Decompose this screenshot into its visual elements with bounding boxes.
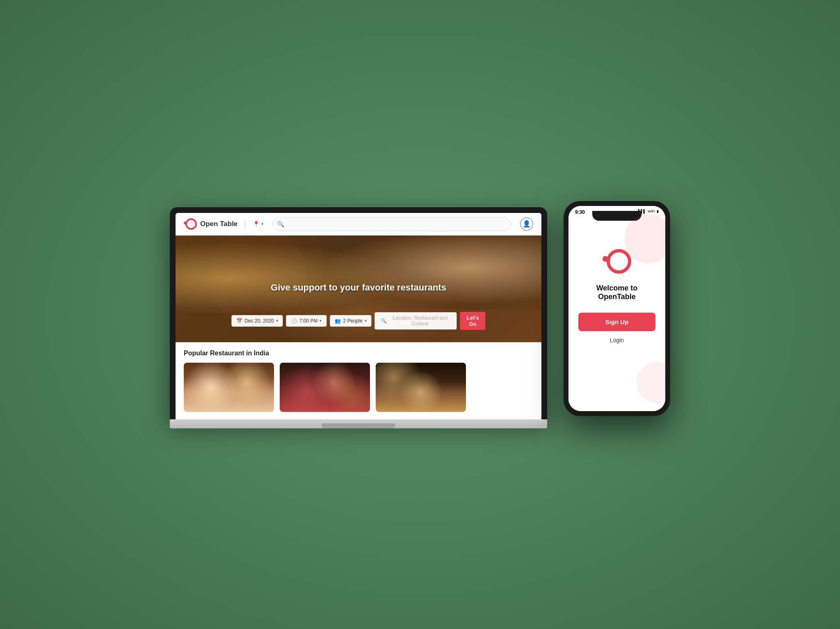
people-icon: 👥 <box>335 318 341 324</box>
opentable-logo-icon <box>184 217 197 231</box>
user-icon: 👤 <box>523 220 531 228</box>
people-label: 2 People <box>343 318 362 324</box>
people-filter-button[interactable]: 👥 2 People ▾ <box>330 315 371 327</box>
search-wrapper: 🔍 <box>272 217 511 231</box>
chevron-down-icon: ▾ <box>320 318 322 323</box>
signup-label: Sign Up <box>605 318 629 325</box>
search-filters-bar: 📅 Dec 20, 2020 ▾ 🕐 7:00 PM ▾ 👥 2 People <box>231 312 485 330</box>
decorative-circle-bottom <box>637 362 665 403</box>
restaurant-card[interactable] <box>184 363 274 412</box>
popular-title: Popular Restaurant in India <box>184 350 533 357</box>
lets-go-button[interactable]: Let's Go <box>460 312 486 330</box>
phone-content: Welcome to OpenTable Sign Up Login <box>568 222 665 411</box>
user-account-button[interactable]: 👤 <box>520 217 533 231</box>
chevron-down-icon: ▾ <box>261 222 263 226</box>
location-search-placeholder: Location, Restaurant and Cuisine <box>389 315 451 327</box>
search-icon: 🔍 <box>277 221 284 227</box>
time-label: 7:00 PM <box>299 318 318 324</box>
phone-welcome-text: Welcome to OpenTable <box>578 284 655 301</box>
location-icon: 📍 <box>253 221 260 227</box>
popular-section: Popular Restaurant in India <box>176 342 541 419</box>
calendar-icon: 📅 <box>236 318 242 324</box>
phone-logo-dot <box>603 256 608 262</box>
nav-divider: | <box>244 220 246 228</box>
logo-area: Open Table <box>184 217 237 231</box>
phone-logo-area <box>603 247 631 276</box>
date-filter-button[interactable]: 📅 Dec 20, 2020 ▾ <box>231 315 283 327</box>
search-icon: 🔍 <box>381 318 387 324</box>
phone-login-button[interactable]: Login <box>610 337 624 343</box>
clock-icon: 🕐 <box>291 318 297 324</box>
restaurant-card[interactable] <box>376 363 466 412</box>
laptop-base <box>170 419 547 428</box>
battery-icon: ▮ <box>657 209 659 213</box>
laptop-device: Open Table | 📍 ▾ 🔍 👤 <box>170 207 547 428</box>
wifi-icon: WiFi <box>648 209 655 213</box>
chevron-down-icon: ▾ <box>365 318 367 323</box>
restaurant-card[interactable] <box>280 363 370 412</box>
logo-text: Open Table <box>200 220 237 228</box>
logo-dot <box>184 222 187 224</box>
phone-logo-ring <box>607 249 631 274</box>
hero-tagline: Give support to your favorite restaurant… <box>271 282 446 293</box>
location-search-button[interactable]: 🔍 Location, Restaurant and Cuisine <box>375 312 457 329</box>
location-button[interactable]: 📍 ▾ <box>253 221 263 227</box>
chevron-down-icon: ▾ <box>276 318 278 323</box>
phone-screen: 9:30 ▌▌▌ WiFi ▮ <box>568 206 665 411</box>
laptop-screen-outer: Open Table | 📍 ▾ 🔍 👤 <box>170 207 547 419</box>
phone-time: 9:30 <box>575 209 585 215</box>
phone-logo <box>603 247 631 276</box>
scene: Open Table | 📍 ▾ 🔍 👤 <box>170 201 670 428</box>
phone-signup-button[interactable]: Sign Up <box>578 313 655 331</box>
hero-section: Give support to your favorite restaurant… <box>176 236 541 342</box>
laptop-screen-inner: Open Table | 📍 ▾ 🔍 👤 <box>176 213 541 419</box>
lets-go-label: Let's Go <box>467 315 479 327</box>
logo-ring <box>185 218 197 230</box>
date-label: Dec 20, 2020 <box>244 318 274 324</box>
time-filter-button[interactable]: 🕐 7:00 PM ▾ <box>286 315 327 327</box>
restaurant-cards-container <box>184 363 533 412</box>
login-label: Login <box>610 337 624 343</box>
navbar: Open Table | 📍 ▾ 🔍 👤 <box>176 213 541 236</box>
phone-device: 9:30 ▌▌▌ WiFi ▮ <box>564 201 670 416</box>
navbar-search-input[interactable] <box>272 217 511 231</box>
